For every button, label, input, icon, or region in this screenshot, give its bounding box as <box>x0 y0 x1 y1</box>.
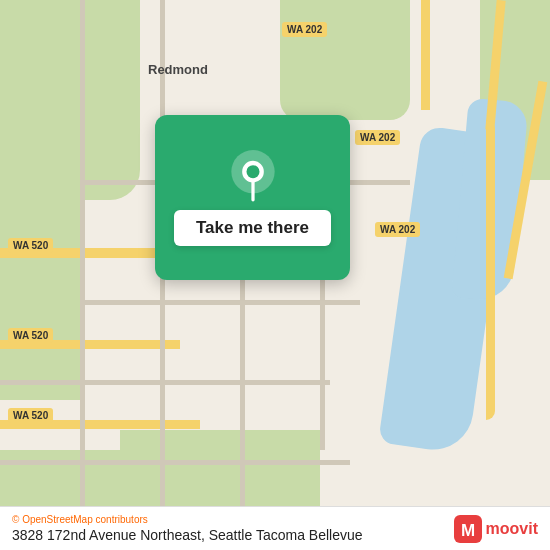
moovit-logo: M moovit <box>454 515 538 543</box>
road-label-wa520-3: WA 520 <box>8 408 53 423</box>
location-pin-icon <box>227 150 279 202</box>
map-container: Redmond WA 520 WA 520 WA 520 WA 202 WA 2… <box>0 0 550 550</box>
street-road <box>80 0 85 550</box>
green-area <box>280 0 410 120</box>
road-label-wa202-2: WA 202 <box>355 130 400 145</box>
green-area <box>0 200 80 400</box>
road-label-wa520-2: WA 520 <box>8 328 53 343</box>
location-card: Take me there <box>155 115 350 280</box>
street-road <box>80 300 360 305</box>
address-label: 3828 172nd Avenue Northeast, Seattle Tac… <box>12 527 454 543</box>
attribution-bar: © OpenStreetMap contributors 3828 172nd … <box>0 506 550 550</box>
road-label-wa520-1: WA 520 <box>8 238 53 253</box>
city-label: Redmond <box>148 62 208 77</box>
highway-road <box>486 120 495 420</box>
svg-text:M: M <box>460 521 474 540</box>
street-road <box>0 380 330 385</box>
svg-point-2 <box>246 165 259 178</box>
street-road <box>0 460 350 465</box>
moovit-icon: M <box>454 515 482 543</box>
osm-attribution: © OpenStreetMap contributors <box>12 514 454 525</box>
road-label-wa202-3: WA 202 <box>375 222 420 237</box>
road-label-wa202-1: WA 202 <box>282 22 327 37</box>
green-area <box>0 0 140 200</box>
moovit-text: moovit <box>486 520 538 538</box>
highway-road <box>421 0 430 110</box>
take-me-there-button[interactable]: Take me there <box>174 210 331 246</box>
